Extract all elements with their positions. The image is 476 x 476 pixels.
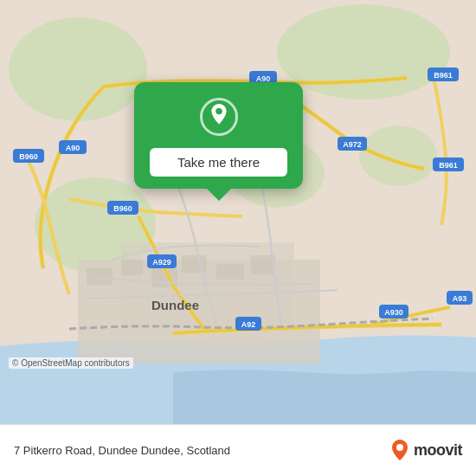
copyright-text: © OpenStreetMap contributors (9, 357, 133, 369)
location-icon-wrap (200, 98, 238, 136)
svg-point-37 (215, 108, 222, 115)
svg-text:B960: B960 (113, 204, 132, 213)
svg-text:A90: A90 (66, 144, 80, 152)
svg-point-38 (396, 444, 403, 451)
moovit-wordmark: moovit (414, 441, 462, 460)
bottom-bar: 7 Pitkerro Road, Dundee Dundee, Scotland… (0, 424, 476, 476)
popup-card: Take me there (134, 82, 303, 189)
svg-text:A93: A93 (453, 294, 467, 303)
moovit-pin-icon (389, 439, 410, 463)
svg-text:A972: A972 (343, 140, 362, 149)
svg-point-5 (359, 125, 437, 186)
svg-point-1 (9, 17, 147, 121)
svg-text:B961: B961 (439, 161, 458, 170)
svg-text:A930: A930 (384, 308, 403, 317)
svg-rect-9 (121, 260, 143, 275)
address-text: 7 Pitkerro Road, Dundee Dundee, Scotland (14, 444, 389, 457)
svg-rect-12 (216, 264, 244, 280)
moovit-logo: moovit (389, 439, 462, 463)
svg-text:Dundee: Dundee (151, 298, 199, 312)
map-container[interactable]: A90 A90 B960 B960 B961 B961 A972 A929 A9… (0, 0, 476, 424)
take-me-there-button[interactable]: Take me there (150, 148, 287, 177)
svg-text:A92: A92 (241, 320, 256, 329)
svg-text:B960: B960 (19, 152, 38, 161)
svg-point-2 (277, 4, 450, 100)
svg-text:A929: A929 (152, 258, 171, 267)
location-pin-icon (208, 104, 230, 130)
svg-text:B961: B961 (434, 71, 453, 80)
